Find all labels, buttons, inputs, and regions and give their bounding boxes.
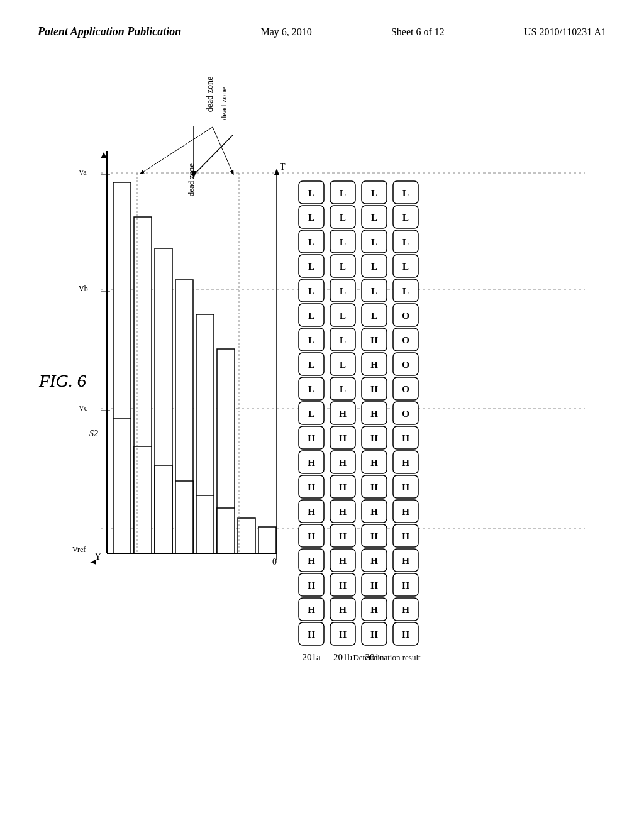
- figure-diagram: dead zone dead zone T: [38, 75, 616, 792]
- t-label: T: [280, 162, 286, 172]
- svg-text:H: H: [402, 580, 409, 590]
- svg-text:H: H: [308, 580, 315, 590]
- svg-rect-19: [258, 527, 276, 553]
- svg-rect-12: [113, 418, 131, 553]
- svg-text:H: H: [339, 409, 347, 419]
- va-label: Va: [79, 168, 87, 177]
- svg-text:H: H: [402, 531, 409, 541]
- fig-6-label: FIG. 6: [39, 371, 86, 391]
- svg-text:L: L: [402, 237, 409, 247]
- svg-text:H: H: [339, 629, 347, 639]
- svg-rect-15: [175, 481, 193, 553]
- svg-text:L: L: [340, 311, 346, 321]
- svg-text:L: L: [308, 237, 314, 247]
- svg-text:L: L: [308, 360, 314, 370]
- svg-text:L: L: [340, 262, 346, 272]
- svg-text:L: L: [308, 384, 314, 394]
- svg-text:O: O: [402, 409, 409, 419]
- vref-label: Vref: [72, 545, 86, 554]
- svg-text:H: H: [402, 458, 409, 468]
- determination-result-label: Determination result: [353, 653, 421, 662]
- svg-text:H: H: [339, 507, 347, 517]
- svg-text:H: H: [402, 629, 409, 639]
- zero-label: 0: [272, 557, 277, 567]
- svg-text:H: H: [308, 556, 315, 566]
- svg-text:L: L: [371, 286, 377, 296]
- svg-text:O: O: [402, 360, 409, 370]
- svg-text:L: L: [402, 286, 409, 296]
- svg-text:H: H: [339, 580, 347, 590]
- svg-text:H: H: [308, 507, 315, 517]
- svg-text:H: H: [370, 482, 378, 492]
- patent-number: US 2010/110231 A1: [524, 26, 606, 38]
- svg-rect-17: [217, 508, 235, 553]
- col1-label: 201a: [302, 652, 321, 662]
- svg-text:O: O: [402, 335, 409, 345]
- svg-text:H: H: [402, 433, 409, 443]
- svg-text:H: H: [339, 556, 347, 566]
- svg-text:H: H: [339, 605, 347, 615]
- svg-text:L: L: [340, 237, 346, 247]
- svg-text:L: L: [308, 213, 314, 223]
- svg-text:H: H: [370, 335, 378, 345]
- svg-text:H: H: [370, 384, 378, 394]
- svg-line-34: [213, 127, 233, 173]
- dead-zone-label: dead zone: [205, 77, 214, 112]
- svg-text:H: H: [308, 458, 315, 468]
- svg-text:H: H: [370, 605, 378, 615]
- svg-text:L: L: [308, 335, 314, 345]
- svg-text:L: L: [402, 213, 409, 223]
- svg-text:L: L: [340, 213, 346, 223]
- svg-text:H: H: [308, 482, 315, 492]
- svg-text:H: H: [370, 531, 378, 541]
- svg-text:L: L: [308, 409, 314, 419]
- svg-text:H: H: [370, 360, 378, 370]
- svg-text:H: H: [370, 629, 378, 639]
- publication-title: Patent Application Publication: [38, 25, 181, 38]
- svg-text:L: L: [402, 262, 409, 272]
- svg-rect-16: [196, 495, 214, 553]
- svg-text:H: H: [402, 605, 409, 615]
- svg-marker-27: [90, 560, 96, 565]
- svg-text:H: H: [339, 531, 347, 541]
- svg-text:H: H: [370, 458, 378, 468]
- svg-text:L: L: [340, 286, 346, 296]
- svg-text:H: H: [308, 433, 315, 443]
- svg-text:L: L: [371, 311, 377, 321]
- svg-text:H: H: [370, 507, 378, 517]
- svg-text:H: H: [370, 556, 378, 566]
- svg-rect-18: [238, 518, 255, 553]
- svg-text:H: H: [370, 580, 378, 590]
- svg-text:H: H: [402, 556, 409, 566]
- svg-text:L: L: [371, 237, 377, 247]
- svg-text:H: H: [370, 433, 378, 443]
- svg-text:H: H: [339, 458, 347, 468]
- svg-text:L: L: [371, 262, 377, 272]
- svg-rect-14: [155, 465, 172, 553]
- svg-text:L: L: [308, 188, 314, 198]
- svg-text:dead zone: dead zone: [219, 87, 228, 121]
- svg-text:L: L: [402, 188, 409, 198]
- svg-text:L: L: [340, 384, 346, 394]
- svg-marker-26: [101, 152, 107, 158]
- svg-text:H: H: [402, 507, 409, 517]
- vc-label: Vc: [79, 404, 87, 412]
- svg-text:L: L: [340, 335, 346, 345]
- svg-text:H: H: [370, 409, 378, 419]
- svg-text:L: L: [308, 286, 314, 296]
- y-axis-label: Y: [94, 551, 102, 562]
- svg-line-23: [194, 135, 233, 175]
- svg-text:L: L: [371, 188, 377, 198]
- s2-label: S2: [89, 429, 98, 438]
- svg-text:L: L: [340, 360, 346, 370]
- sheet-info: Sheet 6 of 12: [391, 26, 445, 38]
- svg-rect-13: [134, 446, 152, 553]
- svg-text:L: L: [308, 311, 314, 321]
- page-header: Patent Application Publication May 6, 20…: [0, 25, 644, 45]
- svg-text:H: H: [308, 629, 315, 639]
- svg-text:H: H: [339, 433, 347, 443]
- svg-marker-25: [274, 169, 279, 175]
- svg-text:H: H: [308, 531, 315, 541]
- svg-text:L: L: [371, 213, 377, 223]
- vb-label: Vb: [79, 284, 88, 293]
